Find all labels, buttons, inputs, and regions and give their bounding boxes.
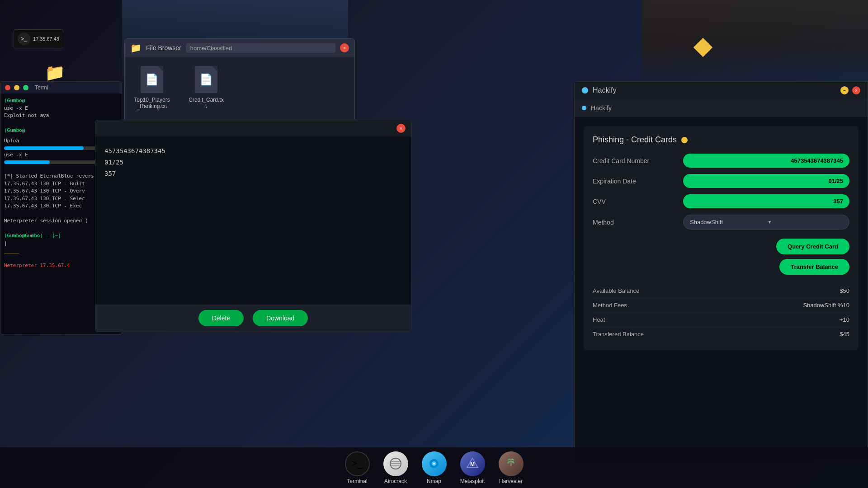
method-label: Method — [593, 219, 683, 226]
hackify-header: Hackify − × — [575, 82, 868, 99]
hackify-nav-dot — [582, 106, 586, 110]
svg-rect-9 — [510, 459, 512, 466]
file-item-creditcard[interactable]: 📄 Credit_Card.txt — [188, 66, 224, 109]
method-fees-row: Method Fees ShadowShift %10 — [593, 298, 849, 313]
terminal-chip-icon: >_ — [18, 33, 30, 45]
method-select[interactable]: ShadowShift ▼ — [683, 215, 849, 230]
terminal-title-label: Termi — [35, 84, 48, 91]
delete-button[interactable]: Delete — [198, 310, 244, 326]
file-content-line-2: 01/25 — [104, 157, 402, 168]
term-line-1: (Gumbo@ — [4, 97, 118, 105]
file-browser-header: 📁 File Browser home/Classified × — [125, 39, 354, 57]
cvv-label: CVV — [593, 198, 683, 205]
terminal-dot-red — [5, 85, 10, 90]
upload-label: Uploa — [4, 138, 19, 144]
file-browser-path[interactable]: home/Classified — [186, 43, 335, 53]
taskbar-item-nmap[interactable]: Nmap — [422, 451, 447, 484]
heat-row: Heat +10 — [593, 313, 849, 327]
taskbar-label-harvester: Harvester — [499, 478, 523, 484]
method-dropdown-arrow: ▼ — [768, 220, 843, 225]
file-item-creditcard-icon: 📄 — [195, 66, 217, 93]
file-content-line-1: 4573543674387345 — [104, 145, 402, 157]
phishing-header: Phishing - Credit Cards — [593, 135, 849, 145]
svg-text:M: M — [470, 461, 475, 468]
taskbar-item-metasploit[interactable]: M Metasploit — [460, 451, 485, 484]
terminal-main-header: Termi — [0, 82, 122, 94]
phishing-section-title: Phishing - Credit Cards — [593, 135, 677, 145]
taskbar-label-nmap: Nmap — [427, 478, 441, 484]
terminal-dot-yellow — [14, 85, 19, 90]
taskbar-label-airocrack: Airocrack — [384, 478, 407, 484]
svg-point-6 — [433, 463, 435, 465]
terminal-chip[interactable]: >_ 17.35.67.43 — [14, 29, 63, 48]
taskbar-icon-terminal: >_ — [345, 451, 370, 476]
credit-card-row: Credit Card Number 4573543674387345 — [593, 154, 849, 168]
bg-right-deco — [642, 0, 868, 90]
credit-card-label: Credit Card Number — [593, 157, 683, 164]
heat-label: Heat — [593, 316, 840, 323]
hackify-window-title: Hackify — [593, 86, 616, 94]
hackify-status-dot — [582, 87, 588, 94]
file-content-line-3: 357 — [104, 168, 402, 179]
taskbar-label-terminal: Terminal — [347, 478, 367, 484]
hackify-panel: Hackify − × Hackify Phishing - Credit Ca… — [574, 81, 868, 461]
taskbar-icon-airocrack — [383, 451, 408, 476]
expiration-date-label: Expiration Date — [593, 178, 683, 185]
hackify-window-controls: − × — [840, 86, 860, 94]
taskbar-label-metasploit: Metasploit — [460, 478, 485, 484]
hackify-nav-label: Hackify — [591, 104, 612, 112]
hackify-close-button[interactable]: × — [852, 86, 860, 94]
download-button[interactable]: Download — [253, 310, 308, 326]
transferred-balance-value: $45 — [840, 331, 849, 338]
available-balance-row: Available Balance $50 — [593, 284, 849, 298]
taskbar-icon-harvester — [499, 451, 524, 476]
transferred-balance-row: Transfered Balance $45 — [593, 327, 849, 341]
taskbar-item-airocrack[interactable]: Airocrack — [383, 451, 408, 484]
phishing-credit-cards-section: Phishing - Credit Cards Credit Card Numb… — [584, 126, 859, 350]
file-item-top10[interactable]: 📄 Top10_Players_Ranking.txt — [134, 66, 170, 109]
file-item-top10-icon: 📄 — [141, 66, 163, 93]
taskbar-item-harvester[interactable]: Harvester — [499, 451, 524, 484]
terminal-chip-ip: 17.35.67.43 — [33, 36, 59, 42]
file-browser-content: 📄 Top10_Players_Ranking.txt 📄 Credit_Car… — [125, 57, 354, 118]
file-viewer-header: × — [95, 120, 411, 136]
term-line-3: Exploit not ava — [4, 112, 118, 120]
available-balance-value: $50 — [840, 287, 849, 294]
method-fees-label: Method Fees — [593, 302, 803, 309]
term-line-2: use -x E — [4, 105, 118, 113]
file-viewer-modal: × 4573543674387345 01/25 357 Delete Down… — [95, 120, 411, 332]
phishing-status-dot — [681, 137, 688, 143]
cvv-value[interactable]: 357 — [683, 194, 849, 208]
info-section: Available Balance $50 Method Fees Shadow… — [593, 284, 849, 341]
transferred-balance-label: Transfered Balance — [593, 331, 840, 338]
hackify-main-content: Phishing - Credit Cards Credit Card Numb… — [575, 117, 868, 359]
available-balance-label: Available Balance — [593, 287, 840, 294]
method-value: ShadowShift — [690, 219, 765, 225]
method-fees-value: ShadowShift %10 — [803, 302, 849, 309]
cvv-row: CVV 357 — [593, 194, 849, 208]
file-viewer-close-button[interactable]: × — [396, 124, 406, 133]
folder-classified-icon: 📁 — [45, 63, 65, 82]
heat-value: +10 — [840, 316, 849, 323]
taskbar-icon-nmap — [422, 451, 447, 476]
taskbar-icon-metasploit: M — [460, 451, 485, 476]
hackify-minimize-button[interactable]: − — [840, 86, 849, 94]
file-item-creditcard-name: Credit_Card.txt — [188, 97, 224, 109]
credit-card-value[interactable]: 4573543674387345 — [683, 154, 849, 168]
action-buttons-area: Query Credit Card Transfer Balance — [593, 239, 849, 275]
file-browser-title: File Browser — [146, 44, 181, 52]
terminal-dot-green — [23, 85, 28, 90]
file-viewer-content: 4573543674387345 01/25 357 — [95, 136, 411, 189]
expiration-date-row: Expiration Date 01/25 — [593, 174, 849, 188]
file-browser-close-button[interactable]: × — [340, 43, 349, 52]
hackify-nav-bar: Hackify — [575, 99, 868, 117]
file-browser-folder-icon: 📁 — [130, 42, 142, 53]
method-row: Method ShadowShift ▼ — [593, 215, 849, 230]
expiration-date-value[interactable]: 01/25 — [683, 174, 849, 188]
taskbar-item-terminal[interactable]: >_ Terminal — [345, 451, 370, 484]
transfer-balance-button[interactable]: Transfer Balance — [779, 259, 849, 275]
file-viewer-footer: Delete Download — [95, 305, 411, 332]
query-credit-card-button[interactable]: Query Credit Card — [776, 239, 849, 254]
taskbar: >_ Terminal Airocrack Nmap M — [0, 447, 868, 488]
file-item-top10-name: Top10_Players_Ranking.txt — [134, 97, 170, 109]
